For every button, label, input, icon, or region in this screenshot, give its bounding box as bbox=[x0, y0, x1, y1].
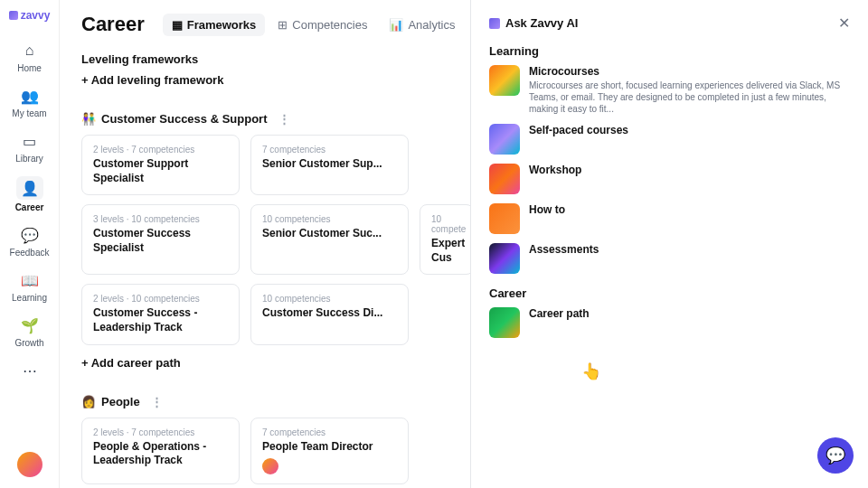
nav-more[interactable]: ⋯ bbox=[0, 354, 59, 387]
career-card[interactable]: 10 competeExpert Cus bbox=[420, 204, 474, 275]
panel-section-heading: Career bbox=[489, 286, 850, 300]
library-icon: ▭ bbox=[20, 131, 40, 151]
item-label: Microcourses bbox=[529, 65, 850, 78]
card-meta: 2 levels · 7 competencies bbox=[93, 145, 228, 155]
tab-competencies[interactable]: ⊞Competencies bbox=[269, 14, 376, 36]
logo: zavvy bbox=[9, 9, 51, 22]
tabs: ▦Frameworks ⊞Competencies 📊Analytics bbox=[163, 14, 465, 36]
user-avatar[interactable] bbox=[17, 452, 42, 477]
feedback-icon: 💬 bbox=[20, 225, 40, 245]
career-card[interactable]: 2 levels · 10 competenciesCustomer Succe… bbox=[81, 284, 240, 344]
ai-panel: Ask Zavvy AI ✕ Learning MicrocoursesMicr… bbox=[470, 0, 868, 488]
group-emoji: 👩 bbox=[81, 395, 96, 408]
career-card[interactable]: 10 competenciesSenior Customer Suc... bbox=[250, 204, 409, 275]
card-meta: 10 competencies bbox=[262, 294, 397, 304]
tab-label: Analytics bbox=[408, 18, 455, 32]
thumbnail bbox=[489, 124, 520, 155]
panel-item-microcourses[interactable]: MicrocoursesMicrocourses are short, focu… bbox=[489, 65, 850, 115]
card-meta: 2 levels · 7 competencies bbox=[93, 427, 228, 437]
career-card[interactable]: 10 competenciesCustomer Success Di... bbox=[250, 284, 409, 344]
tab-label: Frameworks bbox=[187, 18, 257, 32]
card-title: Customer Success Specialist bbox=[93, 227, 228, 255]
card-title: Customer Support Specialist bbox=[93, 157, 228, 185]
item-label: How to bbox=[529, 203, 850, 216]
nav-my-team[interactable]: 👥My team bbox=[0, 80, 59, 125]
card-meta: 7 competencies bbox=[262, 145, 397, 155]
card-meta: 10 competencies bbox=[262, 214, 397, 224]
analytics-icon: 📊 bbox=[389, 18, 403, 32]
team-icon: 👥 bbox=[20, 86, 40, 106]
nav-label: My team bbox=[12, 108, 46, 118]
nav-label: Feedback bbox=[10, 248, 50, 258]
career-card[interactable]: 2 levels · 7 competenciesPeople & Operat… bbox=[81, 418, 240, 485]
panel-section-heading: Learning bbox=[489, 44, 850, 58]
card-title: Customer Success Di... bbox=[262, 306, 397, 321]
member-avatar bbox=[262, 458, 278, 474]
card-title: Senior Customer Suc... bbox=[262, 227, 397, 241]
home-icon: ⌂ bbox=[20, 41, 40, 61]
item-label: Assessments bbox=[529, 243, 850, 256]
tab-frameworks[interactable]: ▦Frameworks bbox=[163, 14, 266, 36]
career-card[interactable]: 2 levels · 7 competenciesCustomer Suppor… bbox=[81, 135, 240, 195]
card-meta: 10 compete bbox=[431, 214, 462, 234]
tab-analytics[interactable]: 📊Analytics bbox=[380, 14, 464, 36]
dots-icon: ⋯ bbox=[20, 361, 40, 380]
card-title: Senior Customer Sup... bbox=[262, 157, 397, 172]
thumbnail bbox=[489, 243, 520, 274]
card-title: People & Operations - Leadership Track bbox=[93, 440, 228, 468]
nav-label: Career bbox=[15, 202, 44, 212]
card-meta: 3 levels · 10 competencies bbox=[93, 214, 228, 224]
nav-label: Library bbox=[15, 154, 43, 164]
panel-item-self-paced[interactable]: Self-paced courses bbox=[489, 124, 850, 155]
career-card[interactable]: 3 levels · 10 competenciesCustomer Succe… bbox=[81, 204, 240, 275]
group-menu-button[interactable]: ⋮ bbox=[278, 112, 290, 126]
group-menu-button[interactable]: ⋮ bbox=[151, 395, 163, 408]
career-icon: 👤 bbox=[16, 176, 43, 200]
nav-growth[interactable]: 🌱Growth bbox=[0, 309, 59, 354]
nav-label: Home bbox=[17, 63, 42, 73]
group-title: Customer Success & Support bbox=[101, 112, 268, 126]
ai-icon bbox=[489, 18, 500, 29]
item-label: Self-paced courses bbox=[529, 124, 850, 136]
close-button[interactable]: ✕ bbox=[838, 14, 850, 32]
panel-header: Ask Zavvy AI ✕ bbox=[489, 14, 850, 32]
item-desc: Microcourses are short, focused learning… bbox=[529, 80, 850, 115]
nav-library[interactable]: ▭Library bbox=[0, 125, 59, 170]
career-card[interactable]: 7 competenciesSenior Customer Sup... bbox=[250, 135, 409, 195]
panel-item-career-path[interactable]: Career path bbox=[489, 307, 850, 338]
panel-title: Ask Zavvy AI bbox=[489, 16, 578, 30]
panel-item-assessments[interactable]: Assessments bbox=[489, 243, 850, 274]
card-meta: 2 levels · 10 competencies bbox=[93, 294, 228, 304]
tab-label: Competencies bbox=[292, 18, 367, 32]
group-emoji: 👫 bbox=[81, 112, 96, 126]
add-framework-button[interactable]: + Add leveling framework bbox=[81, 73, 223, 87]
card-title: People Team Director bbox=[262, 440, 397, 455]
item-label: Workshop bbox=[529, 164, 850, 176]
thumbnail bbox=[489, 164, 520, 194]
item-label: Career path bbox=[529, 307, 850, 320]
card-title: Customer Success - Leadership Track bbox=[93, 306, 228, 334]
learning-icon: 📖 bbox=[20, 270, 40, 290]
card-meta: 7 competencies bbox=[262, 427, 397, 437]
thumbnail bbox=[489, 203, 520, 234]
thumbnail bbox=[489, 307, 520, 338]
page-title: Career bbox=[81, 13, 145, 36]
thumbnail bbox=[489, 65, 520, 96]
sidebar: zavvy ⌂Home 👥My team ▭Library 👤Career 💬F… bbox=[0, 0, 60, 488]
growth-icon: 🌱 bbox=[20, 315, 40, 335]
card-title: Expert Cus bbox=[431, 237, 462, 265]
nav-label: Learning bbox=[12, 293, 47, 303]
group-title: People bbox=[101, 395, 140, 408]
career-card[interactable]: 7 competenciesPeople Team Director bbox=[250, 418, 409, 485]
frameworks-icon: ▦ bbox=[172, 18, 183, 32]
competencies-icon: ⊞ bbox=[278, 18, 288, 32]
panel-item-how-to[interactable]: How to bbox=[489, 203, 850, 234]
nav-label: Growth bbox=[14, 338, 43, 348]
nav-feedback[interactable]: 💬Feedback bbox=[0, 219, 59, 264]
panel-item-workshop[interactable]: Workshop bbox=[489, 164, 850, 194]
nav-career[interactable]: 👤Career bbox=[0, 170, 59, 219]
chat-fab-button[interactable]: 💬 bbox=[817, 437, 854, 474]
add-career-path-button[interactable]: + Add career path bbox=[81, 356, 181, 370]
nav-home[interactable]: ⌂Home bbox=[0, 34, 59, 80]
nav-learning[interactable]: 📖Learning bbox=[0, 264, 59, 309]
